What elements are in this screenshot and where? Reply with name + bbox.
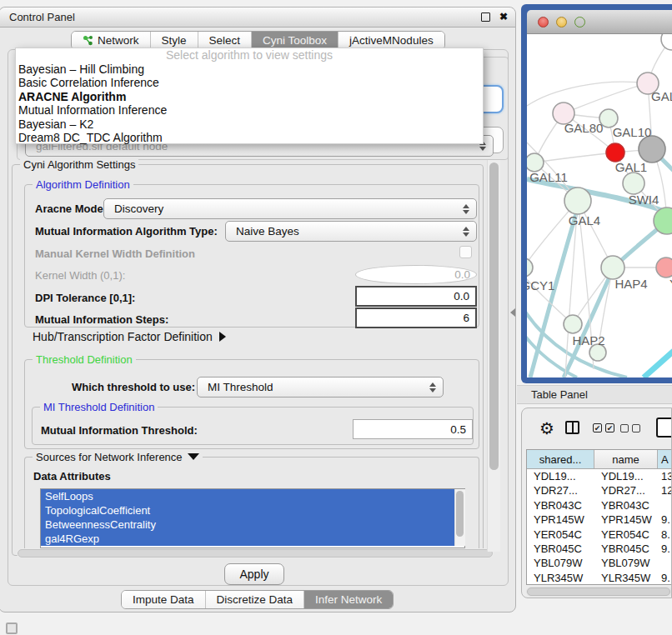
table-cell[interactable]: 9. bbox=[658, 512, 672, 527]
column-header-clipped[interactable]: A bbox=[658, 450, 672, 468]
mi-threshold-field[interactable]: 0.5 bbox=[353, 419, 473, 439]
apply-button-label: Apply bbox=[239, 568, 268, 581]
table-cell[interactable]: YDR27... bbox=[594, 483, 658, 498]
tab-label: Network bbox=[98, 34, 139, 47]
table-row[interactable]: YBR043CYBR043C bbox=[527, 498, 672, 512]
tab-network[interactable]: Network bbox=[72, 32, 150, 49]
scrollbar-thumb[interactable] bbox=[456, 491, 464, 537]
table-cell[interactable]: 9. bbox=[658, 542, 672, 556]
table-cell[interactable]: YBL079W bbox=[594, 556, 658, 570]
node-gal1[interactable] bbox=[623, 172, 644, 194]
node-gal1-red[interactable] bbox=[606, 143, 624, 162]
table-cell[interactable]: YBR045C bbox=[527, 542, 594, 556]
column-header-shared-name[interactable]: shared... bbox=[527, 450, 594, 468]
document-icon[interactable] bbox=[656, 418, 672, 438]
table-cell[interactable]: YER054C bbox=[594, 528, 658, 542]
aracne-mode-combo[interactable]: Discovery bbox=[103, 198, 477, 219]
network-view-window[interactable]: GALGAL80GAL10GAL1GAL11SWI4GAL4GCY1HAP4YH… bbox=[521, 4, 672, 383]
table-cell[interactable]: YLR345W bbox=[594, 571, 658, 585]
table-cell[interactable]: YDL19... bbox=[594, 469, 658, 483]
kernel-width-field[interactable]: 0.0 bbox=[355, 265, 477, 284]
algorithm-option-dream8-dc-tdc-algorithm[interactable]: Dream8 DC_TDC Algorithm bbox=[16, 131, 483, 144]
gear-icon[interactable]: ⚙ bbox=[539, 418, 554, 438]
mini-panel-icon[interactable] bbox=[6, 622, 18, 634]
dpi-tolerance-field[interactable]: 0.0 bbox=[355, 286, 477, 307]
tab-label: Impute Data bbox=[133, 593, 194, 606]
tab-style[interactable]: Style bbox=[150, 32, 198, 49]
table-cell[interactable] bbox=[658, 498, 672, 512]
table-cell[interactable]: YER054C bbox=[527, 528, 594, 542]
table-row[interactable]: YBL079WYBL079W bbox=[527, 556, 672, 570]
panel-resize-grip-icon[interactable] bbox=[510, 308, 515, 317]
attribute-item-selfloops[interactable]: SelfLoops bbox=[41, 489, 464, 503]
table-cell[interactable]: 13 bbox=[658, 469, 672, 483]
tab-jactivemnodules[interactable]: jActiveMNodules bbox=[338, 32, 444, 49]
node-gal11[interactable] bbox=[527, 153, 544, 172]
mac-close-icon[interactable] bbox=[538, 17, 549, 28]
list-scrollbar[interactable] bbox=[454, 489, 465, 546]
tab-cyni-toolbox[interactable]: Cyni Toolbox bbox=[251, 32, 338, 49]
node-hap4[interactable] bbox=[601, 256, 624, 279]
table-cell[interactable]: 9. bbox=[658, 571, 672, 585]
algorithm-option-mutual-information-inference[interactable]: Mutual Information Inference bbox=[16, 103, 483, 117]
hub-definition-disclosure[interactable]: Hub/Transcription Factor Definition bbox=[33, 330, 226, 343]
sources-disclosure[interactable]: Sources for Network Inference bbox=[33, 451, 203, 463]
tab-discretize-data[interactable]: Discretize Data bbox=[205, 591, 304, 608]
scrollbar-thumb[interactable] bbox=[18, 549, 493, 558]
attribute-item-topologicalcoefficient[interactable]: TopologicalCoefficient bbox=[41, 503, 464, 518]
table-row[interactable]: YBR045CYBR045C9. bbox=[527, 542, 672, 556]
which-threshold-combo[interactable]: MI Threshold bbox=[197, 377, 444, 398]
table-cell[interactable]: YBR043C bbox=[594, 498, 658, 512]
mac-zoom-icon[interactable] bbox=[574, 17, 585, 28]
manual-kernel-checkbox[interactable] bbox=[459, 246, 472, 258]
node-gal4[interactable] bbox=[564, 188, 591, 214]
node-gcy1[interactable] bbox=[527, 258, 533, 277]
mi-algorithm-type-combo[interactable]: Naive Bayes bbox=[225, 221, 477, 242]
table-cell[interactable]: YLR345W bbox=[527, 571, 594, 585]
apply-button[interactable]: Apply bbox=[224, 563, 284, 585]
settings-vertical-scrollbar[interactable] bbox=[487, 160, 500, 552]
node-big-gray[interactable] bbox=[639, 136, 665, 162]
column-header-name[interactable]: name bbox=[594, 450, 658, 468]
attribute-item-betweennesscentrality[interactable]: BetweennessCentrality bbox=[41, 518, 464, 532]
scrollbar-thumb[interactable] bbox=[527, 588, 670, 596]
algorithm-option-bayesian-hill-climbing[interactable]: Bayesian – Hill Climbing bbox=[16, 62, 483, 76]
table-cell[interactable]: YBR045C bbox=[594, 542, 658, 556]
table-row[interactable]: YER054CYER054C8. bbox=[527, 528, 672, 542]
close-window-icon[interactable]: ✖ bbox=[499, 12, 508, 22]
tab-infer-network[interactable]: Infer Network bbox=[303, 591, 393, 608]
algorithm-option-basic-correlation-inference[interactable]: Basic Correlation Inference bbox=[16, 76, 483, 89]
columns-icon[interactable] bbox=[565, 421, 579, 434]
table-cell[interactable]: 8. bbox=[658, 528, 672, 542]
scrollbar-thumb[interactable] bbox=[489, 162, 499, 470]
table-cell[interactable]: YPR145W bbox=[527, 512, 594, 527]
node-salmon[interactable] bbox=[656, 258, 672, 278]
mac-minimize-icon[interactable] bbox=[556, 17, 567, 28]
algorithm-option-bayesian-k2[interactable]: Bayesian – K2 bbox=[16, 118, 483, 131]
table-cell[interactable]: YBR043C bbox=[527, 498, 594, 512]
deselect-all-checkboxes-icon[interactable] bbox=[620, 424, 640, 432]
table-row[interactable]: YLR345WYLR345W9. bbox=[527, 571, 672, 585]
table-cell[interactable]: YDR27... bbox=[527, 483, 594, 498]
tab-select[interactable]: Select bbox=[198, 32, 252, 49]
attribute-item-gal4rgexp[interactable]: gal4RGexp bbox=[41, 532, 464, 546]
table-row[interactable]: YDL19...YDL19...13 bbox=[527, 469, 672, 483]
table-cell[interactable]: 12 bbox=[658, 483, 672, 498]
network-canvas[interactable]: GALGAL80GAL10GAL1GAL11SWI4GAL4GCY1HAP4YH… bbox=[527, 34, 672, 378]
table-row[interactable]: YPR145WYPR145W9. bbox=[527, 512, 672, 527]
table-cell[interactable]: YPR145W bbox=[594, 512, 658, 527]
tab-impute-data[interactable]: Impute Data bbox=[122, 591, 205, 608]
table-row[interactable]: YDR27...YDR27...12 bbox=[527, 483, 672, 498]
node-hap2[interactable] bbox=[564, 315, 582, 333]
mi-steps-field[interactable]: 6 bbox=[355, 308, 477, 328]
table-horizontal-scrollbar[interactable] bbox=[526, 587, 672, 597]
settings-horizontal-scrollbar[interactable] bbox=[17, 548, 494, 558]
node-top-right[interactable] bbox=[661, 34, 672, 50]
table-cell[interactable]: YBL079W bbox=[527, 556, 594, 570]
algorithm-option-aracne-algorithm[interactable]: ARACNE Algorithm bbox=[16, 90, 483, 103]
select-all-checkboxes-icon[interactable]: ✔✔ bbox=[593, 423, 614, 432]
table-cell[interactable]: YDL19... bbox=[527, 469, 594, 483]
table-cell[interactable] bbox=[658, 556, 672, 570]
tab-label: Discretize Data bbox=[217, 593, 293, 606]
float-window-icon[interactable] bbox=[481, 12, 490, 22]
